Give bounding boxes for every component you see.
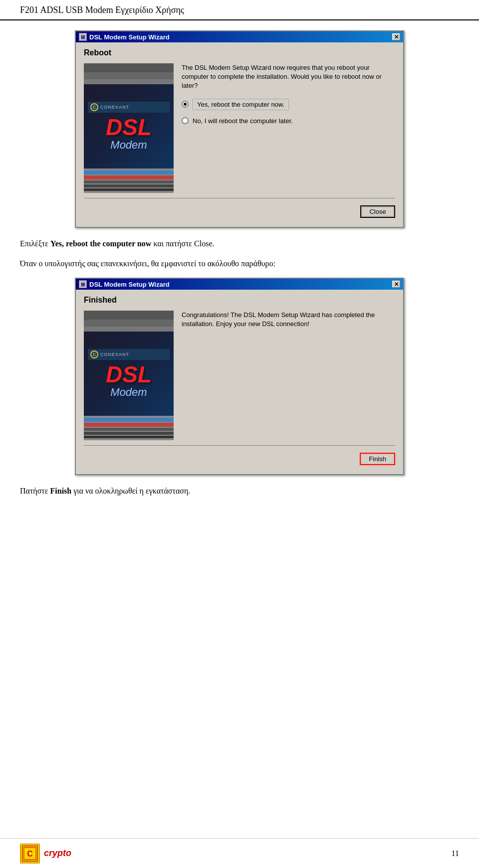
modem-text-1: Modem — [110, 139, 147, 152]
dialog-reboot-close-icon[interactable]: ✕ — [392, 33, 400, 40]
dialog-finished-titlebar-left: ⊞ DSL Modem Setup Wizard — [79, 280, 170, 288]
paragraph-3: Πατήστε Finish για να ολοκληρωθεί η εγκα… — [20, 485, 459, 497]
svg-rect-0 — [23, 847, 37, 861]
para3-before: Πατήστε — [20, 487, 50, 495]
stripe2-b3 — [84, 428, 174, 431]
stripe-b1 — [84, 171, 174, 174]
dialog-reboot-icon: ⊞ — [79, 33, 87, 41]
conexant-text-1: CONEXANT — [100, 105, 129, 110]
stripe-b5 — [84, 188, 174, 191]
dialog-reboot-section-title: Reboot — [84, 48, 395, 57]
conexant-header-2: C CONEXANT — [88, 349, 170, 360]
stripe2-b1 — [84, 418, 174, 422]
dialog-reboot-title: DSL Modem Setup Wizard — [89, 33, 170, 41]
conexant-text-2: CONEXANT — [100, 352, 129, 357]
close-button[interactable]: Close — [360, 205, 395, 218]
conexant-c-icon: C — [90, 103, 98, 111]
stripe2-1 — [84, 311, 174, 320]
radio-option-no[interactable]: No, I will reboot the computer later. — [182, 117, 395, 125]
page-title: F201 ADSL USB Modem Εγχειρίδιο Χρήσης — [20, 5, 184, 15]
stripe2-2 — [84, 320, 174, 327]
paragraph-2: Όταν ο υπολογιστής σας επανεκκινήσει, θα… — [20, 258, 459, 270]
stripe2-b5 — [84, 436, 174, 438]
dsl-text-1: DSL — [106, 116, 152, 139]
dsl-modem-image-1: C CONEXANT DSL Modem — [84, 63, 174, 193]
dialog-finished: ⊞ DSL Modem Setup Wizard ✕ Finished C CO… — [75, 278, 404, 475]
dialog-finished-title: DSL Modem Setup Wizard — [89, 281, 170, 288]
dialog-reboot-message: The DSL Modem Setup Wizard now requires … — [182, 63, 395, 91]
radio-no-label: No, I will reboot the computer later. — [193, 117, 293, 125]
page-header: F201 ADSL USB Modem Εγχειρίδιο Χρήσης — [0, 0, 479, 20]
dialog-finished-footer: Finish — [84, 451, 395, 466]
page-footer: C crypto 11 — [0, 838, 479, 868]
dsl-modem-image-2: C CONEXANT DSL Modem — [84, 311, 174, 440]
stripe2-b2 — [84, 423, 174, 427]
radio-yes-btn[interactable] — [182, 101, 189, 108]
stripe-b3 — [84, 180, 174, 183]
stripe-3 — [84, 79, 174, 84]
dialog-finished-content: C CONEXANT DSL Modem — [84, 311, 395, 440]
para3-bold: Finish — [50, 487, 72, 495]
dsl-text-2: DSL — [106, 363, 152, 386]
radio-yes-label: Yes, reboot the computer now. — [193, 99, 289, 110]
stripe-2 — [84, 72, 174, 79]
para1-after: και πατήστε Close. — [151, 239, 214, 248]
dsl-logo-area-1: C CONEXANT DSL Modem — [84, 84, 174, 169]
para3-after: για να ολοκληρωθεί η εγκατάσταση. — [71, 487, 190, 495]
para1-bold: Yes, reboot the computer now — [50, 239, 152, 248]
conexant-header-1: C CONEXANT — [88, 102, 170, 113]
dialog-reboot: ⊞ DSL Modem Setup Wizard ✕ Reboot C CONE… — [75, 30, 404, 228]
dialog-finished-body: Finished C CONEXANT DSL Modem — [76, 290, 403, 474]
dialog-finished-divider — [84, 445, 395, 446]
dialog-finished-section-title: Finished — [84, 296, 395, 305]
dialog-finished-icon: ⊞ — [79, 280, 87, 288]
dsl-bottom-stripes-2 — [84, 416, 174, 440]
dialog-finished-close-icon[interactable]: ✕ — [392, 281, 400, 288]
stripe-b2 — [84, 175, 174, 179]
stripe2-3 — [84, 327, 174, 332]
crypto-logo-icon: C — [20, 844, 40, 864]
modem-text-2: Modem — [110, 386, 147, 399]
radio-option-yes[interactable]: Yes, reboot the computer now. — [182, 99, 395, 110]
dsl-logo-area-2: C CONEXANT DSL Modem — [84, 332, 174, 416]
dialog-reboot-divider — [84, 198, 395, 198]
footer-brand-text: crypto — [44, 848, 71, 859]
svg-text:C: C — [27, 850, 33, 858]
para1-before: Επιλέξτε — [20, 239, 50, 248]
finish-button[interactable]: Finish — [360, 453, 395, 465]
dialog-reboot-text-panel: The DSL Modem Setup Wizard now requires … — [182, 63, 395, 193]
dsl-bottom-stripes-1 — [84, 169, 174, 193]
paragraph-1: Επιλέξτε Yes, reboot the computer now κα… — [20, 238, 459, 250]
dialog-finished-titlebar: ⊞ DSL Modem Setup Wizard ✕ — [76, 279, 403, 290]
stripe2-b4 — [84, 432, 174, 435]
stripe-b4 — [84, 184, 174, 187]
dialog-reboot-content: C CONEXANT DSL Modem — [84, 63, 395, 193]
svg-rect-1 — [24, 848, 36, 860]
page-number: 11 — [452, 849, 459, 858]
dialog-finished-message: Congratulations! The DSL Modem Setup Wiz… — [182, 311, 395, 329]
conexant-c-icon-2: C — [90, 350, 98, 358]
radio-no-btn[interactable] — [182, 117, 189, 124]
dialog-reboot-body: Reboot C CONEXANT DSL Modem — [76, 42, 403, 227]
footer-logo: C crypto — [20, 844, 71, 864]
dialog-reboot-footer: Close — [84, 203, 395, 219]
stripe-1 — [84, 63, 174, 72]
main-content: ⊞ DSL Modem Setup Wizard ✕ Reboot C CONE… — [0, 30, 479, 497]
dialog-reboot-titlebar: ⊞ DSL Modem Setup Wizard ✕ — [76, 31, 403, 42]
dialog-finished-text-panel: Congratulations! The DSL Modem Setup Wiz… — [182, 311, 395, 440]
dialog-reboot-titlebar-left: ⊞ DSL Modem Setup Wizard — [79, 33, 170, 41]
